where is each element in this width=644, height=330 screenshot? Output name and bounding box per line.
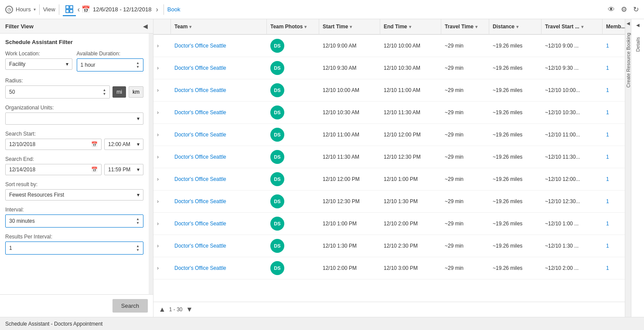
hours-chevron-icon[interactable]: ▾ [34, 7, 36, 12]
work-location-select[interactable]: Facility ▾ [5, 58, 72, 70]
radius-up-icon[interactable]: ▲ [102, 88, 106, 92]
search-end-time-select[interactable]: 11:59 PM ▾ [104, 164, 143, 175]
sidebar-collapse-button[interactable]: ◀ [143, 23, 148, 30]
duration-down-icon[interactable]: ▼ [136, 65, 140, 69]
col-team[interactable]: Team ▾ [171, 19, 267, 34]
results-up-icon[interactable]: ▲ [136, 244, 140, 248]
gear-icon[interactable]: ⚙ [621, 5, 627, 14]
distance: ~19.26 miles [493, 221, 522, 227]
end-date-calendar-icon[interactable]: 📅 [91, 167, 98, 173]
interval-down-icon[interactable]: ▼ [136, 221, 140, 225]
search-button[interactable]: Search [112, 299, 148, 313]
right-panel-collapse-icon[interactable]: ◀ [625, 19, 632, 27]
mi-button[interactable]: mi [112, 86, 126, 98]
results-down-icon[interactable]: ▼ [136, 248, 140, 252]
table-row[interactable]: › Doctor's Office Seattle DS 12/10 10:00… [153, 79, 625, 102]
row-expand-button[interactable]: › [157, 87, 159, 93]
team-cell: Doctor's Office Seattle [171, 39, 267, 53]
sort-select[interactable]: Fewest Resources First ▾ [5, 189, 143, 201]
table-row[interactable]: › Doctor's Office Seattle DS 12/10 1:30 … [153, 235, 625, 257]
start-time: 12/10 10:30 AM [323, 109, 359, 116]
start-date-calendar-icon[interactable]: 📅 [91, 141, 98, 147]
col-photos[interactable]: Team Photos ▾ [267, 19, 319, 34]
refresh-icon[interactable]: ↻ [633, 5, 639, 14]
row-expand-button[interactable]: › [157, 243, 159, 249]
km-button[interactable]: km [129, 86, 143, 98]
table-row[interactable]: › Doctor's Office Seattle DS 12/10 9:00 … [153, 35, 625, 57]
row-expand-button[interactable]: › [157, 265, 159, 271]
table-row[interactable]: › Doctor's Office Seattle DS 12/10 1:00 … [153, 213, 625, 235]
work-location-row: Work Location: Facility ▾ Available Dura… [5, 51, 143, 71]
row-expand-button[interactable]: › [157, 221, 159, 227]
row-expand-button[interactable]: › [157, 109, 159, 116]
start-cell: 12/10 11:00 AM [319, 128, 380, 142]
duration-spinner[interactable]: 1 hour ▲ ▼ [77, 58, 144, 71]
radius-down-icon[interactable]: ▼ [102, 92, 106, 96]
search-start-time-select[interactable]: 12:00 AM ▾ [104, 139, 143, 150]
photos-cell: DS [267, 213, 319, 235]
radius-arrows[interactable]: ▲ ▼ [102, 88, 106, 96]
grid-view-button[interactable] [63, 3, 76, 16]
interval-spinner[interactable]: 30 minutes ▲ ▼ [5, 214, 143, 228]
distance-cell: ~19.26 miles [489, 83, 542, 97]
interval-up-icon[interactable]: ▲ [136, 217, 140, 221]
table-row[interactable]: › Doctor's Office Seattle DS 12/10 10:30… [153, 102, 625, 124]
details-collapse-icon[interactable]: ◀ [634, 21, 641, 29]
table-row[interactable]: › Doctor's Office Seattle DS 12/10 9:30 … [153, 57, 625, 79]
team-cell: Doctor's Office Seattle [171, 105, 267, 119]
col-travel-start[interactable]: Travel Start ... ▾ [542, 19, 603, 34]
col-distance[interactable]: Distance ▾ [489, 19, 542, 34]
create-resource-booking-label[interactable]: Create Resource Booking [625, 29, 632, 91]
results-arrows[interactable]: ▲ ▼ [136, 244, 140, 252]
row-expand-button[interactable]: › [157, 132, 159, 138]
page-down-button[interactable]: ▼ [186, 306, 193, 313]
status-title: Schedule Assistant - Doctors Appointment [5, 321, 102, 327]
table-row[interactable]: › Doctor's Office Seattle DS 12/10 12:00… [153, 168, 625, 191]
prev-button[interactable]: ‹ [76, 4, 82, 15]
grid-icon [65, 5, 73, 13]
table-row[interactable]: › Doctor's Office Seattle DS 12/10 12:30… [153, 191, 625, 213]
table-row[interactable]: › Doctor's Office Seattle DS 12/10 2:00 … [153, 257, 625, 279]
results-group: Results Per Interval: 1 ▲ ▼ [5, 234, 143, 255]
distance: ~19.26 miles [493, 198, 522, 204]
row-expand-button[interactable]: › [157, 176, 159, 182]
travel-start-cell: ~12/10 11:30... [542, 150, 603, 164]
page-up-button[interactable]: ▲ [159, 306, 166, 313]
date-range: 12/6/2018 - 12/12/2018 [93, 6, 151, 13]
radius-input[interactable]: 50 ▲ ▼ [5, 85, 110, 99]
col-travel[interactable]: Travel Time ▾ [441, 19, 489, 34]
search-end-date-input[interactable]: 12/14/2018 📅 [5, 164, 102, 175]
row-expand-button[interactable]: › [157, 65, 159, 71]
col-members[interactable]: Memb... ▾ [603, 19, 625, 34]
eye-icon[interactable]: 👁 [608, 6, 615, 14]
org-units-select[interactable]: ▾ [5, 112, 143, 125]
end-time: 12/10 2:30 PM [384, 243, 418, 249]
search-start-date-input[interactable]: 12/10/2018 📅 [5, 139, 102, 150]
col-end[interactable]: End Time ▾ [380, 19, 441, 34]
row-expand-button[interactable]: › [157, 154, 159, 160]
col-start[interactable]: Start Time ▾ [319, 19, 380, 34]
duration-arrows[interactable]: ▲ ▼ [136, 61, 140, 69]
book-button[interactable]: Book [167, 6, 181, 13]
results-spinner[interactable]: 1 ▲ ▼ [5, 242, 143, 255]
calendar-icon[interactable]: 📅 [82, 5, 90, 14]
duration-up-icon[interactable]: ▲ [136, 61, 140, 65]
start-time: 12/10 11:30 AM [323, 154, 359, 160]
members-cell: 1 [603, 39, 625, 53]
org-units-chevron-icon: ▾ [137, 116, 140, 122]
table-row[interactable]: › Doctor's Office Seattle DS 12/10 11:30… [153, 146, 625, 168]
travel-start-cell: ~12/10 10:00... [542, 83, 603, 97]
distance: ~19.26 miles [493, 109, 522, 116]
table-row[interactable]: › Doctor's Office Seattle DS 12/10 11:00… [153, 124, 625, 146]
row-expand-button[interactable]: › [157, 198, 159, 204]
distance: ~19.26 miles [493, 87, 522, 93]
travel-cell: ~29 min [441, 105, 489, 119]
sidebar-scrollbar[interactable] [149, 34, 153, 294]
end-time: 12/10 2:00 PM [384, 221, 418, 227]
start-time-chevron-icon: ▾ [137, 141, 140, 147]
start-cell: 12/10 9:00 AM [319, 39, 380, 53]
interval-arrows[interactable]: ▲ ▼ [136, 217, 140, 225]
hours-label[interactable]: Hours [16, 6, 31, 13]
next-button[interactable]: › [154, 4, 160, 15]
row-expand-button[interactable]: › [157, 43, 159, 49]
